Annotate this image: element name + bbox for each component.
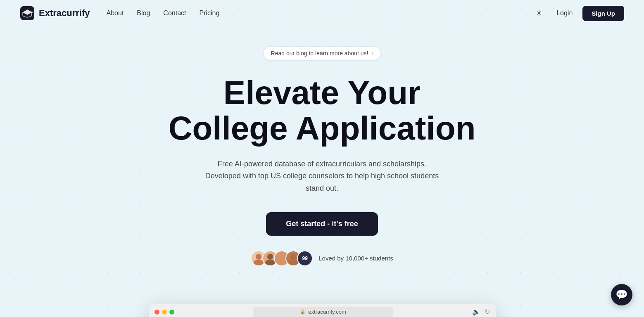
avatar-count: 99 bbox=[297, 251, 313, 266]
nav-link-about[interactable]: About bbox=[107, 9, 124, 17]
blog-pill-text: Read our blog to learn more about us! bbox=[271, 50, 368, 57]
navbar: Extracurrify About Blog Contact Pricing … bbox=[0, 0, 644, 26]
close-dot bbox=[154, 310, 159, 315]
nav-item-pricing[interactable]: Pricing bbox=[200, 9, 220, 17]
browser-actions: 🔈 ↻ bbox=[472, 308, 490, 316]
nav-item-blog[interactable]: Blog bbox=[137, 9, 150, 17]
browser-mockup: 🔒 extracurrify.com 🔈 ↻ Astronomy The stu… bbox=[149, 304, 496, 317]
sun-icon: ☀ bbox=[536, 9, 542, 18]
nav-right: ☀ Login Sign Up bbox=[532, 6, 624, 21]
signup-button[interactable]: Sign Up bbox=[582, 6, 624, 21]
avatar-group: 99 bbox=[251, 251, 313, 266]
browser-bar: 🔒 extracurrify.com 🔈 ↻ bbox=[149, 304, 496, 317]
login-button[interactable]: Login bbox=[556, 9, 573, 17]
hero-section: Read our blog to learn more about us! › … bbox=[0, 26, 644, 304]
svg-point-8 bbox=[277, 260, 287, 265]
lock-icon: 🔒 bbox=[300, 309, 306, 315]
blog-pill-link[interactable]: Read our blog to learn more about us! › bbox=[263, 46, 381, 60]
nav-link-pricing[interactable]: Pricing bbox=[200, 9, 220, 17]
svg-point-7 bbox=[279, 254, 285, 260]
minimize-dot bbox=[162, 310, 167, 315]
nav-link-blog[interactable]: Blog bbox=[137, 9, 150, 17]
hero-title-line1: Elevate Your bbox=[223, 74, 421, 111]
hero-subtitle: Free AI-powered database of extracurricu… bbox=[202, 158, 442, 195]
svg-point-1 bbox=[31, 12, 33, 13]
audio-icon: 🔈 bbox=[472, 308, 480, 316]
nav-link-contact[interactable]: Contact bbox=[163, 9, 186, 17]
svg-point-10 bbox=[288, 260, 298, 265]
hero-title: Elevate Your College Application bbox=[169, 75, 476, 147]
nav-item-contact[interactable]: Contact bbox=[163, 9, 186, 17]
reload-icon: ↻ bbox=[485, 308, 490, 316]
chat-icon: 💬 bbox=[615, 289, 628, 300]
social-proof: 99 Loved by 10,000+ students bbox=[251, 251, 393, 266]
url-text: extracurrify.com bbox=[308, 309, 346, 315]
svg-point-3 bbox=[256, 254, 261, 260]
brand-name-text: Extracurrify bbox=[39, 8, 90, 19]
svg-point-6 bbox=[265, 260, 275, 265]
svg-point-4 bbox=[254, 260, 264, 265]
svg-point-5 bbox=[267, 254, 273, 260]
svg-rect-2 bbox=[31, 13, 32, 16]
chevron-right-icon: › bbox=[371, 50, 373, 56]
browser-url-bar[interactable]: 🔒 extracurrify.com bbox=[253, 307, 393, 317]
theme-toggle-button[interactable]: ☀ bbox=[532, 6, 547, 21]
brand-icon bbox=[20, 6, 35, 21]
nav-item-about[interactable]: About bbox=[107, 9, 124, 17]
nav-links: About Blog Contact Pricing bbox=[107, 9, 220, 17]
brand-logo[interactable]: Extracurrify bbox=[20, 6, 90, 21]
chat-bubble-button[interactable]: 💬 bbox=[611, 284, 632, 305]
social-proof-text: Loved by 10,000+ students bbox=[318, 255, 393, 262]
svg-point-9 bbox=[290, 254, 296, 260]
cta-button[interactable]: Get started - it's free bbox=[266, 212, 378, 236]
browser-traffic-lights bbox=[154, 310, 174, 315]
maximize-dot bbox=[169, 310, 174, 315]
nav-left: Extracurrify About Blog Contact Pricing bbox=[20, 6, 219, 21]
hero-title-line2: College Application bbox=[169, 110, 476, 147]
